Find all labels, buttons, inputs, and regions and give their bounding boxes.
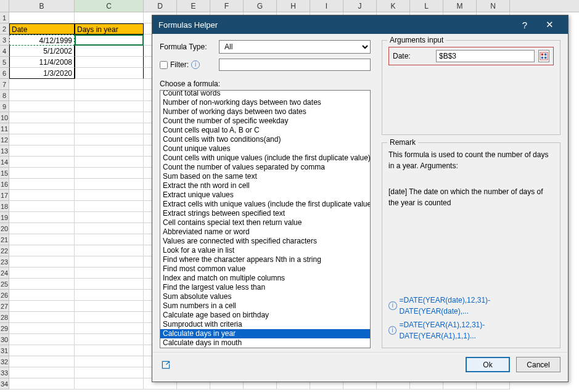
- row-header[interactable]: 30: [0, 334, 9, 345]
- cell-B5[interactable]: 11/4/2008: [9, 57, 75, 68]
- formula-item[interactable]: Calculate days in year: [160, 329, 370, 338]
- info-icon[interactable]: i: [191, 60, 200, 69]
- cell-B20[interactable]: [9, 223, 75, 234]
- cell-B15[interactable]: [9, 168, 75, 179]
- cell-C27[interactable]: [75, 301, 144, 312]
- row-header[interactable]: 34: [0, 378, 9, 390]
- formula-item[interactable]: Count unique values: [160, 144, 370, 153]
- ok-button[interactable]: Ok: [466, 357, 510, 372]
- formula-item[interactable]: Look for a value in list: [160, 246, 370, 255]
- cell-B3[interactable]: 4/12/1999: [9, 35, 75, 46]
- cell-B19[interactable]: [9, 212, 75, 223]
- row-header[interactable]: 23: [0, 256, 9, 267]
- formula-item[interactable]: Calculate days in mouth: [160, 338, 370, 348]
- row-header[interactable]: 14: [0, 157, 9, 168]
- formula-listbox[interactable]: Convert date to quarterCount the number …: [160, 90, 371, 348]
- popout-icon[interactable]: [160, 359, 172, 371]
- cell-B8[interactable]: [9, 90, 75, 101]
- cell-B23[interactable]: [9, 256, 75, 267]
- formula-item[interactable]: Extract strings between specified text: [160, 209, 370, 218]
- formula-item[interactable]: Count cells with unique values (include …: [160, 153, 370, 163]
- row-header[interactable]: 29: [0, 323, 9, 334]
- row-header[interactable]: 10: [0, 112, 9, 123]
- cell-B2[interactable]: Date: [9, 23, 75, 35]
- col-header-F[interactable]: F: [210, 0, 244, 12]
- cell-C13[interactable]: [75, 145, 144, 157]
- formula-type-select[interactable]: All: [219, 40, 371, 54]
- cell-C26[interactable]: [75, 290, 144, 301]
- titlebar[interactable]: Formulas Helper ? ✕: [152, 15, 568, 34]
- formula-item[interactable]: Number of working days between two dates: [160, 107, 370, 116]
- cell-B32[interactable]: [9, 356, 75, 367]
- row-header[interactable]: 6: [0, 68, 9, 79]
- cell-B31[interactable]: [9, 345, 75, 356]
- cell-B34[interactable]: [9, 378, 75, 390]
- close-button[interactable]: ✕: [537, 19, 562, 30]
- cell-B7[interactable]: [9, 79, 75, 90]
- cell-B33[interactable]: [9, 367, 75, 378]
- row-header[interactable]: 7: [0, 79, 9, 90]
- cell-B25[interactable]: [9, 279, 75, 290]
- row-header[interactable]: 16: [0, 179, 9, 190]
- cell-B13[interactable]: [9, 145, 75, 157]
- col-header-B[interactable]: B: [9, 0, 75, 12]
- row-header[interactable]: 2: [0, 23, 9, 35]
- cell-B26[interactable]: [9, 290, 75, 301]
- row-header[interactable]: 11: [0, 123, 9, 134]
- formula-item[interactable]: Find most common value: [160, 264, 370, 274]
- row-header[interactable]: 33: [0, 367, 9, 378]
- cell-C24[interactable]: [75, 267, 144, 279]
- col-header-I[interactable]: I: [310, 0, 343, 12]
- formula-item[interactable]: Extract unique values: [160, 190, 370, 200]
- formula-item[interactable]: Extract the nth word in cell: [160, 181, 370, 190]
- row-header[interactable]: 21: [0, 234, 9, 245]
- row-header[interactable]: 3: [0, 35, 9, 46]
- cell-C7[interactable]: [75, 79, 144, 90]
- row-header[interactable]: 20: [0, 223, 9, 234]
- cell-B17[interactable]: [9, 190, 75, 201]
- cell-C21[interactable]: [75, 234, 144, 245]
- cell-C25[interactable]: [75, 279, 144, 290]
- row-header[interactable]: 31: [0, 345, 9, 356]
- cell-C29[interactable]: [75, 323, 144, 334]
- col-header-L[interactable]: L: [410, 0, 443, 12]
- row-header[interactable]: 15: [0, 168, 9, 179]
- cell-C20[interactable]: [75, 223, 144, 234]
- cell-C15[interactable]: [75, 168, 144, 179]
- cell-B24[interactable]: [9, 267, 75, 279]
- formula-item[interactable]: Sum numbers in a cell: [160, 301, 370, 311]
- formula-item[interactable]: Index and match on multiple columns: [160, 274, 370, 283]
- formula-item[interactable]: Count total words: [160, 91, 370, 98]
- formula-item[interactable]: Number of non-working days between two d…: [160, 98, 370, 107]
- cell-C5[interactable]: [75, 57, 144, 68]
- col-header-K[interactable]: K: [377, 0, 410, 12]
- cell-C30[interactable]: [75, 334, 144, 345]
- cell-C18[interactable]: [75, 201, 144, 212]
- cell-C31[interactable]: [75, 345, 144, 356]
- cell-C32[interactable]: [75, 356, 144, 367]
- formula-item[interactable]: Sum based on the same text: [160, 172, 370, 181]
- formula-item[interactable]: Calculate age based on birthday: [160, 311, 370, 320]
- formula-item[interactable]: Find where the character appears Nth in …: [160, 255, 370, 264]
- col-header-C[interactable]: C: [75, 0, 144, 12]
- cell-C8[interactable]: [75, 90, 144, 101]
- row-header[interactable]: 12: [0, 134, 9, 145]
- cell-B12[interactable]: [9, 134, 75, 145]
- cell-B11[interactable]: [9, 123, 75, 134]
- formula-item[interactable]: Count cells with two conditions(and): [160, 135, 370, 144]
- cell-C33[interactable]: [75, 367, 144, 378]
- cell-C34[interactable]: [75, 378, 144, 390]
- formula-item[interactable]: Count cells equal to A, B or C: [160, 126, 370, 135]
- cell-C17[interactable]: [75, 190, 144, 201]
- select-all-corner[interactable]: [0, 0, 9, 12]
- row-header[interactable]: 27: [0, 301, 9, 312]
- row-header[interactable]: 28: [0, 312, 9, 323]
- col-header-M[interactable]: M: [443, 0, 477, 12]
- cell-C14[interactable]: [75, 157, 144, 168]
- cell-B22[interactable]: [9, 245, 75, 256]
- formula-item[interactable]: Find the largest value less than: [160, 283, 370, 292]
- row-header[interactable]: 18: [0, 201, 9, 212]
- cell-C11[interactable]: [75, 123, 144, 134]
- cell-B18[interactable]: [9, 201, 75, 212]
- formula-item[interactable]: Abbreviated name or word: [160, 227, 370, 237]
